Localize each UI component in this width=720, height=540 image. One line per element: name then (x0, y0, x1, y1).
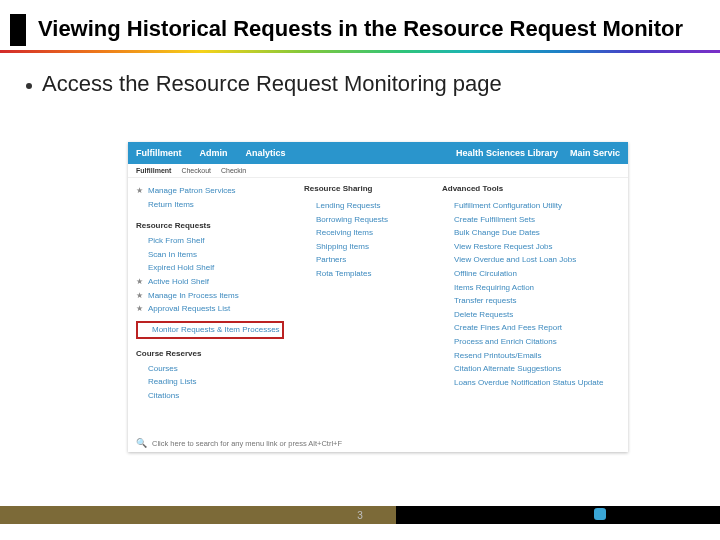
menu-link[interactable]: Citations (136, 389, 286, 403)
col3-heading: Advanced Tools (442, 184, 622, 193)
menu-column-1: ★Manage Patron ServicesReturn ItemsResou… (136, 184, 286, 402)
menu-link[interactable]: Bulk Change Due Dates (442, 226, 622, 240)
app-menubar: Fulfillment Admin Analytics Health Scien… (128, 142, 628, 164)
menu-link-label: Active Hold Shelf (148, 275, 209, 289)
menu-link-label: Manage In Process Items (148, 289, 239, 303)
menu-link-label: Monitor Requests & Item Processes (152, 323, 280, 337)
page-number: 3 (357, 510, 363, 521)
star-icon: ★ (136, 302, 144, 316)
breadcrumb-bar: Fulfillment Checkout Checkin (128, 164, 628, 178)
menu-link[interactable]: View Restore Request Jobs (442, 240, 622, 254)
menu-link-label: Loans Overdue Notification Status Update (454, 376, 603, 390)
menu-link-label: Items Requiring Action (454, 281, 534, 295)
menu-link[interactable]: Reading Lists (136, 375, 286, 389)
menubar-left: Fulfillment Admin Analytics (136, 148, 286, 158)
menu-admin[interactable]: Admin (200, 148, 228, 158)
star-icon: ★ (136, 289, 144, 303)
menu-link[interactable]: View Overdue and Lost Loan Jobs (442, 253, 622, 267)
search-hint: Click here to search for any menu link o… (152, 439, 342, 448)
slide-title: Viewing Historical Requests in the Resou… (38, 14, 683, 46)
menu-link[interactable]: Items Requiring Action (442, 281, 622, 295)
menu-link[interactable]: Monitor Requests & Item Processes (136, 321, 284, 339)
menu-link[interactable]: Loans Overdue Notification Status Update (442, 376, 622, 390)
menu-link-label: Create Fines And Fees Report (454, 321, 562, 335)
menu-link[interactable]: Pick From Shelf (136, 234, 286, 248)
slide: Viewing Historical Requests in the Resou… (0, 0, 720, 540)
menu-search-row[interactable]: 🔍 Click here to search for any menu link… (136, 438, 342, 448)
menu-link-label: Approval Requests List (148, 302, 230, 316)
menu-link[interactable]: ★Approval Requests List (136, 302, 286, 316)
menu-link-label: Return Items (148, 198, 194, 212)
menu-link-label: Scan In Items (148, 248, 197, 262)
menu-link-label: Citations (148, 389, 179, 403)
col1-subheading: Course Reserves (136, 349, 286, 358)
menu-link[interactable]: Offline Circulation (442, 267, 622, 281)
menu-link[interactable]: Transfer requests (442, 294, 622, 308)
menu-link[interactable]: Shipping Items (304, 240, 424, 254)
menu-link[interactable]: ★Active Hold Shelf (136, 275, 286, 289)
embedded-screenshot: Fulfillment Admin Analytics Health Scien… (128, 142, 628, 452)
help-icon[interactable] (594, 508, 606, 520)
menu-link-label: Transfer requests (454, 294, 516, 308)
bullet-text: Access the Resource Request Monitoring p… (42, 71, 502, 97)
menu-column-2: Resource Sharing Lending RequestsBorrowi… (304, 184, 424, 402)
menu-link-label: Process and Enrich Citations (454, 335, 557, 349)
menu-fulfillment[interactable]: Fulfillment (136, 148, 182, 158)
menu-link[interactable]: Resend Printouts/Emails (442, 349, 622, 363)
menu-link-label: Create Fulfillment Sets (454, 213, 535, 227)
menu-link-label: Offline Circulation (454, 267, 517, 281)
col1-subheading: Resource Requests (136, 221, 286, 230)
menu-link-label: Borrowing Requests (316, 213, 388, 227)
menu-link-label: Manage Patron Services (148, 184, 236, 198)
menu-link[interactable]: Process and Enrich Citations (442, 335, 622, 349)
breadcrumb-checkin: Checkin (221, 167, 246, 174)
menu-link-label: Lending Requests (316, 199, 381, 213)
menu-link[interactable]: Rota Templates (304, 267, 424, 281)
menu-link-label: Receiving Items (316, 226, 373, 240)
star-icon: ★ (136, 275, 144, 289)
menu-link[interactable]: Borrowing Requests (304, 213, 424, 227)
search-icon: 🔍 (136, 438, 147, 448)
menu-link[interactable]: ★Manage In Process Items (136, 289, 286, 303)
menu-link[interactable]: Create Fulfillment Sets (442, 213, 622, 227)
breadcrumb-checkout: Checkout (181, 167, 211, 174)
menu-link[interactable]: Lending Requests (304, 199, 424, 213)
menu-analytics[interactable]: Analytics (246, 148, 286, 158)
menubar-service: Main Servic (570, 148, 620, 158)
star-icon: ★ (136, 184, 144, 198)
menu-link[interactable]: Expired Hold Shelf (136, 261, 286, 275)
title-row: Viewing Historical Requests in the Resou… (0, 0, 720, 46)
menu-link-label: Partners (316, 253, 346, 267)
menu-link-label: Reading Lists (148, 375, 196, 389)
menu-link-label: Citation Alternate Suggestions (454, 362, 561, 376)
menu-link-label: Delete Requests (454, 308, 513, 322)
menu-link-label: Resend Printouts/Emails (454, 349, 542, 363)
menubar-right: Health Sciences Library Main Servic (456, 148, 620, 158)
menu-link[interactable]: ★Manage Patron Services (136, 184, 286, 198)
menu-columns: ★Manage Patron ServicesReturn ItemsResou… (128, 178, 628, 402)
menu-link[interactable]: Create Fines And Fees Report (442, 321, 622, 335)
menu-link[interactable]: Fulfillment Configuration Utility (442, 199, 622, 213)
menu-link[interactable]: Delete Requests (442, 308, 622, 322)
menu-link[interactable]: Courses (136, 362, 286, 376)
menu-link-label: Expired Hold Shelf (148, 261, 214, 275)
title-accent-box (10, 14, 26, 46)
menu-link[interactable]: Citation Alternate Suggestions (442, 362, 622, 376)
menu-link[interactable]: Receiving Items (304, 226, 424, 240)
menu-column-3: Advanced Tools Fulfillment Configuration… (442, 184, 622, 402)
menu-link-label: Shipping Items (316, 240, 369, 254)
menu-link-label: Courses (148, 362, 178, 376)
breadcrumb-section: Fulfillment (136, 167, 171, 174)
bullet-row: Access the Resource Request Monitoring p… (0, 53, 720, 97)
bullet-dot-icon (26, 83, 32, 89)
menu-link-label: Bulk Change Due Dates (454, 226, 540, 240)
menu-link-label: Pick From Shelf (148, 234, 204, 248)
menu-link-label: Fulfillment Configuration Utility (454, 199, 562, 213)
menu-link-label: Rota Templates (316, 267, 371, 281)
menu-link-label: View Overdue and Lost Loan Jobs (454, 253, 576, 267)
menubar-library: Health Sciences Library (456, 148, 558, 158)
menu-link[interactable]: Partners (304, 253, 424, 267)
menu-link[interactable]: Scan In Items (136, 248, 286, 262)
menu-link-label: View Restore Request Jobs (454, 240, 553, 254)
menu-link[interactable]: Return Items (136, 198, 286, 212)
